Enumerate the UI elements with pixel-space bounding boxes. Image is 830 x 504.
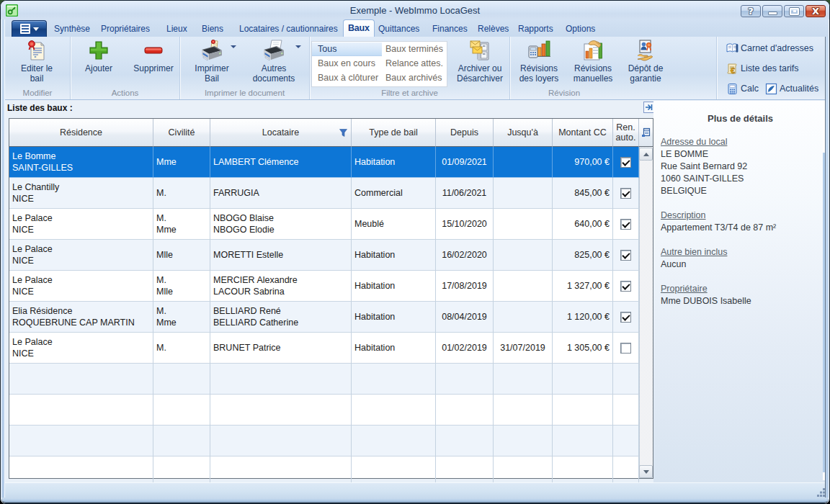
tab-quittances[interactable]: Quittances [377,22,421,37]
table-cell: Habitation [352,147,436,178]
carnet-adresses-button[interactable]: Carnet d'adresses [726,41,813,55]
column-header-residence[interactable]: Résidence [9,119,153,147]
table-cell [153,426,210,456]
tab-synthese[interactable]: Synthèse [53,22,92,37]
ren-auto-checkbox[interactable] [620,312,631,323]
title-bar: Exemple - WebImmo LocaGest ? X [1,1,829,19]
application-menu-button[interactable] [12,20,47,37]
filter-tous[interactable]: Tous [312,42,382,56]
table-cell: 1 120,00 € [553,302,613,333]
supprimer-button[interactable]: Supprimer [128,39,179,73]
table-cell [613,426,639,456]
table-row[interactable]: Le ChantillyNICE M. FARRUGIA Commercial … [9,178,639,209]
table-cell [9,426,153,456]
ren-auto-checkbox[interactable] [620,157,631,168]
table-cell [613,209,639,240]
table-scrollbar[interactable] [639,119,653,478]
scroll-down-button[interactable] [639,465,653,478]
ren-auto-checkbox[interactable] [620,219,631,230]
tab-rapports[interactable]: Rapports [517,22,555,37]
table-cell: Habitation [352,333,436,364]
table-row[interactable]: Le PalaceNICE M.Mme NBOGO BlaiseNBOGO El… [9,209,639,240]
column-header-ren-auto[interactable]: Ren.auto. [613,119,639,147]
filter-baux-a-cloturer[interactable]: Baux à clôturer [312,71,382,85]
help-button[interactable]: ? [741,5,761,17]
liste-des-tarifs-button[interactable]: € Liste des tarifs [726,61,799,76]
ren-auto-checkbox[interactable] [620,343,631,354]
ajouter-button[interactable]: Ajouter [73,39,124,73]
details-section-label[interactable]: Propriétaire [661,283,827,295]
remove-icon [142,39,165,62]
table-cell: 845,00 € [553,178,613,209]
tab-releves[interactable]: Relèves [476,22,510,37]
ren-auto-checkbox[interactable] [620,188,631,199]
resize-grip[interactable] [816,487,826,497]
details-section-label[interactable]: Autre bien inclus [661,246,827,258]
client-area: Liste des baux : Résidence Civilité Loca… [1,101,829,481]
details-title: Plus de détails [653,113,827,124]
filter-funnel-icon[interactable] [339,129,347,137]
filter-baux-termines[interactable]: Baux terminés [382,42,447,56]
arrow-up-icon [643,153,649,156]
column-header-type-de-bail[interactable]: Type de bail [352,119,436,147]
imprimer-bail-dropdown-icon[interactable] [231,45,236,48]
table-row-empty[interactable] [9,426,639,456]
table-cell [436,395,494,426]
actualites-button[interactable]: Actualités [765,81,818,96]
table-cell [352,395,436,426]
table-row-selected[interactable]: Le BommeSAINT-GILLES Mme LAMBERT Clémenc… [9,147,639,178]
details-panel: Plus de détails Adresse du local LE BOMM… [653,101,827,482]
tab-locataires[interactable]: Locataires / cautionnaires [238,22,339,37]
column-options-icon[interactable] [641,127,651,138]
button-label: Supprimer [133,63,173,73]
table-cell: 1 305,00 € [553,333,613,364]
calc-button[interactable]: Calc [726,81,759,96]
autres-documents-dropdown-icon[interactable] [295,45,301,48]
tab-lieux[interactable]: Lieux [165,22,189,37]
table-cell [494,240,553,271]
filter-baux-archives[interactable]: Baux archivés [382,71,447,85]
tab-biens[interactable]: Biens [200,22,225,37]
filter-baux-en-cours[interactable]: Baux en cours [312,57,382,71]
table-cell [613,364,639,395]
scrollbar-track[interactable] [639,147,653,478]
table-cell [210,395,352,426]
table-row-empty[interactable] [9,364,639,395]
details-section-label[interactable]: Description [661,210,827,222]
table-row[interactable]: Le PalaceNICE Mlle MORETTI Estelle Habit… [9,240,639,271]
table-cell [553,364,613,395]
address-book-icon [726,42,738,55]
details-section-label[interactable]: Adresse du local [661,136,827,148]
liste-des-tarifs-label: Liste des tarifs [741,63,799,73]
table-row[interactable]: Elia RésidenceROQUEBRUNE CAP MARTIN M.Mm… [9,302,639,333]
archiver-button[interactable]: Archiver ouDésarchiver [445,39,514,84]
tab-options[interactable]: Options [564,22,597,37]
close-button[interactable]: X [806,5,826,17]
table-cell [352,364,436,395]
group-label-actions: Actions [71,89,179,97]
column-header-locataire[interactable]: Locataire [210,119,352,147]
ren-auto-checkbox[interactable] [620,281,631,292]
tab-proprietaires[interactable]: Propriétaires [99,22,151,37]
column-header-jusqua[interactable]: Jusqu'à [494,119,553,147]
column-header-montant-cc[interactable]: Montant CC [553,119,613,147]
table-row[interactable]: Le PalaceNICE M. BRUNET Patrice Habitati… [9,333,639,364]
tab-finances[interactable]: Finances [431,22,469,37]
maximize-button[interactable] [784,5,804,17]
print-lease-icon [200,39,223,62]
filter-relance-attes[interactable]: Relance attes. [382,57,447,71]
table-cell [494,209,553,240]
table-cell: Habitation [352,240,436,271]
column-header-depuis[interactable]: Depuis [436,119,494,147]
tab-baux[interactable]: Baux [343,19,375,37]
table-row[interactable]: Le PalaceNICE M.Mlle MERCIER AlexandreLA… [9,271,639,302]
ren-auto-checkbox[interactable] [620,250,631,261]
table-cell: M. [153,333,210,364]
column-header-civilite[interactable]: Civilité [153,119,210,147]
editer-le-bail-button[interactable]: Editer lebail [8,39,66,84]
carnet-adresses-label: Carnet d'adresses [741,43,813,53]
minimize-button[interactable] [762,5,782,17]
table-row-empty[interactable] [9,395,639,426]
scroll-up-button[interactable] [639,148,653,161]
depot-de-garantie-button[interactable]: Dépôt degarantie [613,39,678,84]
